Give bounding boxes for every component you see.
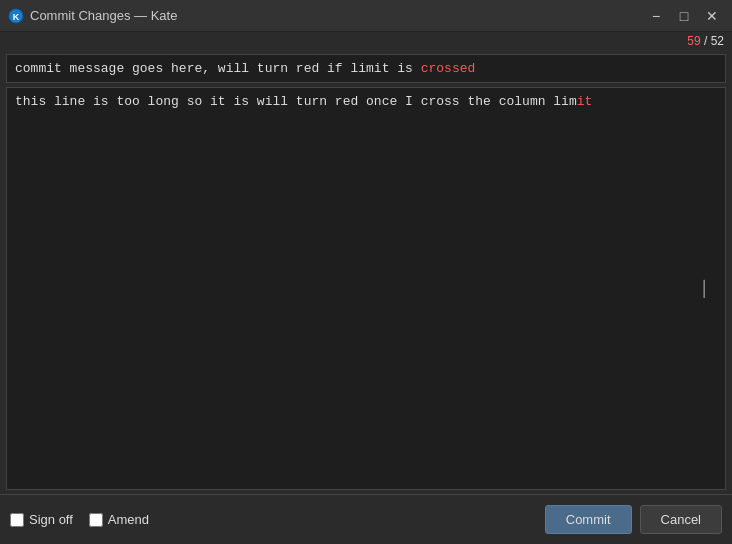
summary-normal-text: commit message goes here, will turn red … xyxy=(15,61,421,76)
cursor-icon: │ xyxy=(699,280,709,298)
counter-limit: 52 xyxy=(711,34,724,48)
maximize-button[interactable]: □ xyxy=(672,4,696,28)
amend-label: Amend xyxy=(108,512,149,527)
titlebar-left: K Commit Changes — Kate xyxy=(8,8,177,24)
commit-button[interactable]: Commit xyxy=(545,505,632,534)
body-red-text: it xyxy=(577,94,593,109)
svg-text:K: K xyxy=(13,12,20,22)
signoff-checkbox-item[interactable]: Sign off xyxy=(10,512,73,527)
content-area: commit message goes here, will turn red … xyxy=(0,50,732,494)
titlebar: K Commit Changes — Kate − □ ✕ xyxy=(0,0,732,32)
signoff-checkbox[interactable] xyxy=(10,513,24,527)
bottom-bar: Sign off Amend Commit Cancel xyxy=(0,494,732,544)
close-button[interactable]: ✕ xyxy=(700,4,724,28)
checkboxes-group: Sign off Amend xyxy=(10,512,149,527)
app-icon: K xyxy=(8,8,24,24)
body-line: this line is too long so it is will turn… xyxy=(15,94,717,109)
amend-checkbox-item[interactable]: Amend xyxy=(89,512,149,527)
minimize-button[interactable]: − xyxy=(644,4,668,28)
window-title: Commit Changes — Kate xyxy=(30,8,177,23)
summary-red-text: crossed xyxy=(421,61,476,76)
counter-separator: / xyxy=(704,34,711,48)
body-input[interactable]: this line is too long so it is will turn… xyxy=(6,87,726,490)
action-buttons: Commit Cancel xyxy=(545,505,722,534)
signoff-label: Sign off xyxy=(29,512,73,527)
summary-input[interactable]: commit message goes here, will turn red … xyxy=(6,54,726,83)
body-normal-text: this line is too long so it is will turn… xyxy=(15,94,577,109)
counter-row: 59 / 52 xyxy=(0,32,732,50)
char-counter: 59 / 52 xyxy=(687,34,724,48)
titlebar-controls: − □ ✕ xyxy=(644,4,724,28)
amend-checkbox[interactable] xyxy=(89,513,103,527)
counter-current: 59 xyxy=(687,34,700,48)
cancel-button[interactable]: Cancel xyxy=(640,505,722,534)
